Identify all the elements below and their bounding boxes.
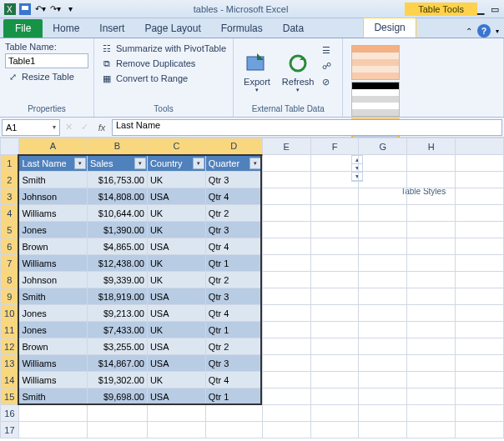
grid[interactable]: A B C D E F G H 1 Last Name▾ Sales▾ Coun… <box>0 138 504 438</box>
col-header[interactable]: B <box>87 138 147 155</box>
filter-dropdown-icon[interactable]: ▾ <box>193 158 204 169</box>
tab-data[interactable]: Data <box>273 19 314 38</box>
cell-country[interactable]: USA <box>147 238 205 255</box>
cell-sales[interactable]: $18,919.00 <box>87 288 147 305</box>
convert-to-range-button[interactable]: ▦Convert to Range <box>99 72 228 85</box>
cell-last-name[interactable]: Smith <box>18 172 87 188</box>
row-header[interactable]: 6 <box>1 238 19 255</box>
cell-last-name[interactable]: Jones <box>18 305 87 322</box>
cell-quarter[interactable]: Qtr 2 <box>205 338 262 355</box>
table-column-header[interactable]: Quarter▾ <box>205 155 262 172</box>
row-header[interactable]: 17 <box>1 422 19 438</box>
name-box[interactable]: A1 ▾ <box>2 119 60 136</box>
row-header[interactable]: 4 <box>1 205 19 222</box>
table-column-header[interactable]: Last Name▾ <box>18 155 87 172</box>
cell-last-name[interactable]: Williams <box>18 255 87 272</box>
cell-sales[interactable]: $14,867.00 <box>87 355 147 372</box>
cell-quarter[interactable]: Qtr 3 <box>205 288 262 305</box>
row-header[interactable]: 3 <box>1 188 19 205</box>
cancel-formula-icon[interactable]: ✕ <box>62 122 76 133</box>
tab-home[interactable]: Home <box>43 19 89 38</box>
redo-icon[interactable]: ↷▾ <box>48 3 62 16</box>
cell-country[interactable]: UK <box>147 322 205 338</box>
tab-design[interactable]: Design <box>363 18 416 38</box>
formula-input[interactable]: Last Name <box>112 119 502 136</box>
row-header[interactable]: 11 <box>1 322 19 338</box>
cell-sales[interactable]: $16,753.00 <box>87 172 147 188</box>
col-header[interactable]: E <box>262 138 310 155</box>
cell-last-name[interactable]: Williams <box>18 355 87 372</box>
dropdown-icon[interactable]: ▾ <box>496 28 499 35</box>
col-header[interactable]: C <box>147 138 205 155</box>
col-header[interactable]: A <box>18 138 87 155</box>
cell-country[interactable]: USA <box>147 188 205 205</box>
cell-last-name[interactable]: Smith <box>18 388 87 405</box>
close-doc-icon[interactable]: ▭ <box>491 4 501 14</box>
table-name-input[interactable] <box>5 53 88 68</box>
cell-quarter[interactable]: Qtr 4 <box>205 372 262 388</box>
tab-insert[interactable]: Insert <box>89 19 134 38</box>
col-header[interactable]: D <box>205 138 262 155</box>
row-header[interactable]: 10 <box>1 305 19 322</box>
cell-last-name[interactable]: Smith <box>18 288 87 305</box>
row-header[interactable]: 9 <box>1 288 19 305</box>
open-browser-icon[interactable]: ☍ <box>322 61 335 74</box>
cell-country[interactable]: USA <box>147 338 205 355</box>
cell-country[interactable]: UK <box>147 255 205 272</box>
tab-formulas[interactable]: Formulas <box>211 19 273 38</box>
row-header[interactable]: 5 <box>1 222 19 238</box>
cell-country[interactable]: USA <box>147 288 205 305</box>
filter-dropdown-icon[interactable]: ▾ <box>134 158 146 169</box>
table-style-black[interactable] <box>351 82 400 117</box>
cell-last-name[interactable]: Johnson <box>18 272 87 288</box>
cell-sales[interactable]: $19,302.00 <box>87 372 147 388</box>
table-style-orange[interactable] <box>351 45 400 80</box>
row-header[interactable]: 7 <box>1 255 19 272</box>
cell-sales[interactable]: $9,698.00 <box>87 388 147 405</box>
select-all-corner[interactable] <box>1 138 19 155</box>
properties-icon[interactable]: ☰ <box>322 45 335 58</box>
cell-last-name[interactable]: Brown <box>18 238 87 255</box>
tab-file[interactable]: File <box>3 19 43 38</box>
save-icon[interactable] <box>18 3 32 16</box>
cell-sales[interactable]: $12,438.00 <box>87 255 147 272</box>
cell-country[interactable]: UK <box>147 172 205 188</box>
cell-quarter[interactable]: Qtr 4 <box>205 238 262 255</box>
col-header[interactable] <box>456 138 504 155</box>
tab-page-layout[interactable]: Page Layout <box>134 19 210 38</box>
qat-customize-icon[interactable]: ▾ <box>63 3 77 16</box>
unlink-icon[interactable]: ⊘ <box>322 77 335 90</box>
cell-last-name[interactable]: Jones <box>18 322 87 338</box>
col-header[interactable]: G <box>359 138 407 155</box>
remove-duplicates-button[interactable]: ⧉Remove Duplicates <box>99 57 228 70</box>
cell-quarter[interactable]: Qtr 4 <box>205 305 262 322</box>
col-header[interactable]: F <box>310 138 359 155</box>
cell-quarter[interactable]: Qtr 2 <box>205 205 262 222</box>
cell-country[interactable]: UK <box>147 205 205 222</box>
col-header[interactable]: H <box>407 138 456 155</box>
cell-country[interactable]: USA <box>147 305 205 322</box>
fx-icon[interactable]: fx <box>93 123 110 133</box>
undo-icon[interactable]: ↶▾ <box>33 3 47 16</box>
cell-country[interactable]: UK <box>147 272 205 288</box>
cell-last-name[interactable]: Brown <box>18 338 87 355</box>
help-icon[interactable]: ? <box>477 24 491 38</box>
cell-sales[interactable]: $14,808.00 <box>87 188 147 205</box>
row-header[interactable]: 2 <box>1 172 19 188</box>
filter-dropdown-icon[interactable]: ▾ <box>249 158 261 169</box>
refresh-button[interactable]: Refresh▾ <box>277 42 320 103</box>
row-header[interactable]: 8 <box>1 272 19 288</box>
summarize-pivot-button[interactable]: ☷Summarize with PivotTable <box>99 42 228 55</box>
cell-quarter[interactable]: Qtr 3 <box>205 222 262 238</box>
cell-country[interactable]: UK <box>147 222 205 238</box>
cell-sales[interactable]: $4,865.00 <box>87 238 147 255</box>
row-header[interactable]: 14 <box>1 372 19 388</box>
cell-sales[interactable]: $3,255.00 <box>87 338 147 355</box>
row-header[interactable]: 15 <box>1 388 19 405</box>
cell-sales[interactable]: $10,644.00 <box>87 205 147 222</box>
minimize-icon[interactable]: ▁ <box>477 4 487 14</box>
cell-quarter[interactable]: Qtr 3 <box>205 172 262 188</box>
row-header[interactable]: 1 <box>1 155 19 172</box>
row-header[interactable]: 12 <box>1 338 19 355</box>
cell-quarter[interactable]: Qtr 4 <box>205 188 262 205</box>
